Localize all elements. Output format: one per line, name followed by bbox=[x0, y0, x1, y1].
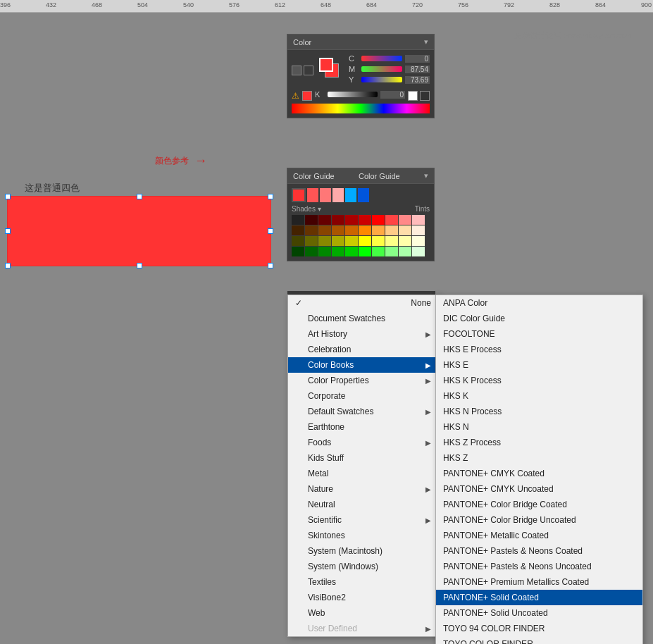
submenu-focoltone[interactable]: FOCOLTONE bbox=[436, 326, 642, 342]
grid-cell[interactable] bbox=[345, 236, 358, 246]
menu-item-skintones[interactable]: Skintones bbox=[288, 528, 438, 543]
grid-cell[interactable] bbox=[385, 225, 398, 235]
submenu-hks-e[interactable]: HKS E bbox=[436, 357, 642, 373]
handle-bm[interactable] bbox=[137, 263, 142, 268]
submenu-hks-z-process[interactable]: HKS Z Process bbox=[436, 435, 642, 450]
guide-swatch-5[interactable] bbox=[358, 188, 369, 202]
submenu-anpa-color[interactable]: ANPA Color bbox=[436, 295, 642, 311]
grid-cell[interactable] bbox=[292, 225, 304, 235]
menu-item-textiles[interactable]: Textiles bbox=[288, 574, 438, 590]
panel-options-icon[interactable]: ▾ bbox=[424, 37, 428, 47]
grid-cell[interactable] bbox=[292, 247, 304, 256]
grid-cell[interactable] bbox=[332, 236, 344, 246]
menu-item-document-swatches[interactable]: Document Swatches bbox=[288, 311, 438, 326]
grid-cell[interactable] bbox=[332, 215, 344, 225]
grid-cell[interactable] bbox=[399, 236, 411, 246]
grid-cell[interactable] bbox=[318, 215, 331, 225]
menu-item-system-win[interactable]: System (Windows) bbox=[288, 559, 438, 574]
grid-cell[interactable] bbox=[372, 247, 385, 256]
grid-cell[interactable] bbox=[292, 215, 304, 225]
submenu-pantone-solid-uncoated[interactable]: PANTONE+ Solid Uncoated bbox=[436, 605, 642, 621]
handle-br[interactable] bbox=[268, 263, 273, 268]
color-spectrum[interactable] bbox=[292, 104, 430, 113]
submenu-pantone-cmyk-uncoated[interactable]: PANTONE+ CMYK Uncoated bbox=[436, 481, 642, 497]
grid-cell[interactable] bbox=[412, 247, 425, 256]
handle-mr[interactable] bbox=[268, 228, 273, 234]
menu-item-metal[interactable]: Metal bbox=[288, 466, 438, 481]
guide-swatch-3[interactable] bbox=[332, 188, 344, 202]
submenu-pantone-bridge-uncoated[interactable]: PANTONE+ Color Bridge Uncoated bbox=[436, 512, 642, 528]
undo-white-box[interactable] bbox=[408, 91, 418, 101]
submenu-hks-n[interactable]: HKS N bbox=[436, 419, 642, 435]
menu-item-visibone2[interactable]: VisiBone2 bbox=[288, 590, 438, 605]
submenu-pantone-premium-metallics[interactable]: PANTONE+ Premium Metallics Coated bbox=[436, 574, 642, 590]
grid-cell[interactable] bbox=[345, 247, 358, 256]
grid-cell[interactable] bbox=[318, 247, 331, 256]
grid-cell[interactable] bbox=[292, 236, 304, 246]
grid-cell[interactable] bbox=[359, 247, 371, 256]
fill-mode-icon[interactable] bbox=[292, 66, 301, 75]
grid-cell[interactable] bbox=[412, 236, 425, 246]
slider-m-track[interactable] bbox=[361, 66, 402, 72]
grid-cell[interactable] bbox=[305, 215, 318, 225]
grid-cell[interactable] bbox=[359, 225, 371, 235]
handle-ml[interactable] bbox=[5, 228, 11, 234]
slider-k-track[interactable] bbox=[328, 92, 378, 97]
submenu-hks-k[interactable]: HKS K bbox=[436, 388, 642, 404]
submenu-pantone-solid-coated[interactable]: PANTONE+ Solid Coated bbox=[436, 590, 642, 605]
grid-cell[interactable] bbox=[318, 225, 331, 235]
grid-cell[interactable] bbox=[385, 247, 398, 256]
submenu-pantone-metallic-coated[interactable]: PANTONE+ Metallic Coated bbox=[436, 528, 642, 543]
submenu-hks-z[interactable]: HKS Z bbox=[436, 450, 642, 466]
menu-item-scientific[interactable]: Scientific ▶ bbox=[288, 512, 438, 528]
menu-item-user-defined[interactable]: User Defined ▶ bbox=[288, 621, 438, 636]
submenu-toyo-94[interactable]: TOYO 94 COLOR FINDER bbox=[436, 621, 642, 636]
grid-cell[interactable] bbox=[305, 225, 318, 235]
grid-cell[interactable] bbox=[332, 225, 344, 235]
slider-c-track[interactable] bbox=[361, 56, 402, 61]
submenu-pantone-pastels-neons-uncoated[interactable]: PANTONE+ Pastels & Neons Uncoated bbox=[436, 559, 642, 574]
submenu-hks-n-process[interactable]: HKS N Process bbox=[436, 404, 642, 419]
handle-tm[interactable] bbox=[137, 194, 142, 199]
menu-item-neutral[interactable]: Neutral bbox=[288, 497, 438, 512]
grid-cell[interactable] bbox=[318, 236, 331, 246]
menu-item-celebration[interactable]: Celebration bbox=[288, 342, 438, 357]
grid-cell[interactable] bbox=[385, 215, 398, 225]
submenu-pantone-bridge-coated[interactable]: PANTONE+ Color Bridge Coated bbox=[436, 497, 642, 512]
submenu-hks-k-process[interactable]: HKS K Process bbox=[436, 373, 642, 388]
grid-cell[interactable] bbox=[305, 247, 318, 256]
grid-cell[interactable] bbox=[399, 215, 411, 225]
menu-item-web[interactable]: Web bbox=[288, 605, 438, 621]
menu-item-system-mac[interactable]: System (Macintosh) bbox=[288, 543, 438, 559]
menu-item-color-properties[interactable]: Color Properties ▶ bbox=[288, 373, 438, 388]
menu-item-none[interactable]: ✓ None bbox=[288, 295, 438, 311]
stroke-mode-icon[interactable] bbox=[304, 66, 313, 75]
submenu-toyo-color[interactable]: TOYO COLOR FINDER bbox=[436, 636, 642, 644]
grid-cell[interactable] bbox=[372, 225, 385, 235]
menu-item-nature[interactable]: Nature ▶ bbox=[288, 481, 438, 497]
grid-cell[interactable] bbox=[345, 215, 358, 225]
grid-cell[interactable] bbox=[372, 236, 385, 246]
grid-cell[interactable] bbox=[399, 225, 411, 235]
guide-swatch-2[interactable] bbox=[320, 188, 331, 202]
submenu-pantone-cmyk-coated[interactable]: PANTONE+ CMYK Coated bbox=[436, 466, 642, 481]
undo-black-box[interactable] bbox=[420, 91, 430, 101]
handle-bl[interactable] bbox=[5, 263, 11, 268]
grid-cell[interactable] bbox=[412, 225, 425, 235]
menu-item-default-swatches[interactable]: Default Swatches ▶ bbox=[288, 404, 438, 419]
menu-item-corporate[interactable]: Corporate bbox=[288, 388, 438, 404]
submenu-dic-color-guide[interactable]: DIC Color Guide bbox=[436, 311, 642, 326]
handle-tl[interactable] bbox=[5, 194, 11, 199]
grid-cell[interactable] bbox=[345, 225, 358, 235]
color-guide-options-icon[interactable]: ▾ bbox=[424, 171, 428, 180]
red-rect-container[interactable] bbox=[7, 196, 271, 266]
shades-dropdown-icon[interactable]: ▾ bbox=[318, 205, 321, 213]
submenu-hks-e-process[interactable]: HKS E Process bbox=[436, 342, 642, 357]
submenu-pantone-pastels-neons-coated[interactable]: PANTONE+ Pastels & Neons Coated bbox=[436, 543, 642, 559]
handle-tr[interactable] bbox=[268, 194, 273, 199]
grid-cell[interactable] bbox=[399, 247, 411, 256]
grid-cell[interactable] bbox=[359, 236, 371, 246]
fill-swatch[interactable] bbox=[319, 58, 333, 72]
grid-cell[interactable] bbox=[332, 247, 344, 256]
grid-cell[interactable] bbox=[359, 215, 371, 225]
